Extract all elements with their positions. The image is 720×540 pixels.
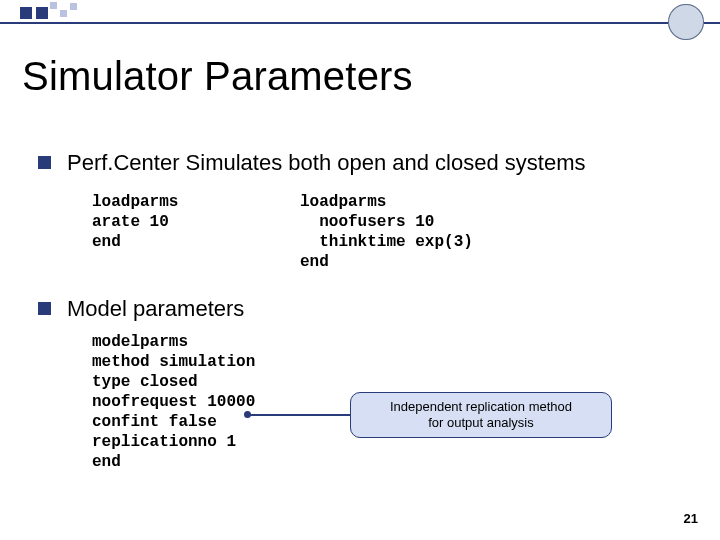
slide-title: Simulator Parameters (22, 54, 413, 99)
code-block-open-load: loadparms arate 10 end (92, 192, 178, 252)
code-block-closed-load: loadparms noofusers 10 thinktime exp(3) … (300, 192, 473, 272)
institution-logo (668, 4, 704, 40)
decor-square (20, 7, 32, 19)
bullet-square-icon (38, 302, 51, 315)
bullet-item: Perf.Center Simulates both open and clos… (38, 150, 586, 176)
callout-connector-line (248, 414, 350, 416)
callout-line: for output analysis (351, 415, 611, 431)
callout-line: Independent replication method (351, 399, 611, 415)
decor-square-small (70, 3, 77, 10)
slide-top-decoration (0, 0, 720, 24)
bullet-text: Model parameters (67, 296, 244, 322)
callout-box: Independent replication method for outpu… (350, 392, 612, 438)
top-rule (0, 22, 720, 24)
decor-square (36, 7, 48, 19)
bullet-text: Perf.Center Simulates both open and clos… (67, 150, 586, 176)
bullet-square-icon (38, 156, 51, 169)
decor-square-small (50, 2, 57, 9)
page-number: 21 (684, 511, 698, 526)
bullet-item: Model parameters (38, 296, 244, 322)
code-block-model-params: modelparms method simulation type closed… (92, 332, 255, 472)
decor-square-small (60, 10, 67, 17)
